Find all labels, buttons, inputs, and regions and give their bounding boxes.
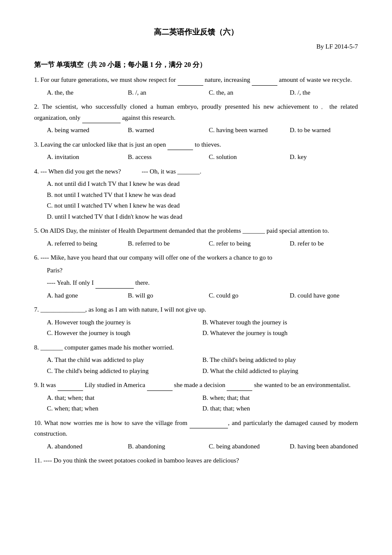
q9-options: A. that; when; that B. when; that; that … bbox=[47, 393, 358, 414]
q9-option-c: C. when; that; when bbox=[47, 403, 202, 414]
q6-option-a: A. had gone bbox=[47, 290, 115, 301]
q8-options: A. That the child was addicted to play B… bbox=[47, 355, 358, 376]
q4-option-a: A. not until did I watch TV that I knew … bbox=[47, 179, 358, 190]
q8-text: 8. _______ computer games made his mothe… bbox=[34, 342, 358, 353]
question-6: 6. ---- Mike, have you heard that our co… bbox=[34, 252, 358, 301]
q7-option-c: C. However the journey is tough bbox=[47, 328, 202, 339]
q2-option-c: C. having been warned bbox=[209, 125, 277, 136]
q3-option-d: D. key bbox=[290, 152, 358, 163]
question-8: 8. _______ computer games made his mothe… bbox=[34, 342, 358, 377]
question-3: 3. Leaving the car unlocked like that is… bbox=[34, 139, 358, 163]
q3-options: A. invitation B. access C. solution D. k… bbox=[47, 152, 358, 163]
question-1: 1. For our future generations, we must s… bbox=[34, 75, 358, 98]
q10-option-d: D. having been abandoned bbox=[290, 441, 358, 452]
q7-text: 7. ______________, as long as I am with … bbox=[34, 304, 358, 315]
q5-options: A. referred to being B. referred to be C… bbox=[47, 238, 358, 249]
q2-options: A. being warned B. warned C. having been… bbox=[47, 125, 358, 136]
q10-option-b: B. abandoning bbox=[128, 441, 196, 452]
q9-option-a: A. that; when; that bbox=[47, 393, 202, 404]
question-4: 4. --- When did you get the news? --- Oh… bbox=[34, 166, 358, 223]
q3-option-a: A. invitation bbox=[47, 152, 115, 163]
q11-text: 11. ---- Do you think the sweet potatoes… bbox=[34, 455, 358, 466]
q8-option-d: D. What the child addicted to playing bbox=[202, 366, 358, 377]
q6-option-d: D. could have gone bbox=[290, 290, 358, 301]
q3-text: 3. Leaving the car unlocked like that is… bbox=[34, 139, 358, 150]
q3-option-b: B. access bbox=[128, 152, 196, 163]
q6-option-b: B. will go bbox=[128, 290, 196, 301]
q4-options: A. not until did I watch TV that I knew … bbox=[47, 179, 358, 222]
q1-option-c: C. the, an bbox=[209, 87, 277, 98]
subtitle: By LF 2014-5-7 bbox=[34, 41, 358, 52]
q6-text2: Paris? bbox=[47, 265, 358, 276]
q4-option-c: C. not until I watched TV when I knew he… bbox=[47, 200, 358, 211]
q4-option-b: B. not until I watched TV that I knew he… bbox=[47, 190, 358, 201]
q1-option-d: D. /, the bbox=[290, 87, 358, 98]
question-7: 7. ______________, as long as I am with … bbox=[34, 304, 358, 339]
question-9: 9. It was Lily studied in America she ma… bbox=[34, 380, 358, 414]
q2-option-b: B. warned bbox=[128, 125, 196, 136]
q1-option-b: B. /, an bbox=[128, 87, 196, 98]
q10-option-c: C. being abandoned bbox=[209, 441, 277, 452]
q6-text3: ---- Yeah. If only I there. bbox=[47, 278, 358, 289]
q5-option-d: D. refer to be bbox=[290, 238, 358, 249]
q5-option-b: B. referred to be bbox=[128, 238, 196, 249]
q7-option-b: B. Whatever tough the journey is bbox=[202, 317, 358, 328]
question-11: 11. ---- Do you think the sweet potatoes… bbox=[34, 455, 358, 466]
q1-options: A. the, the B. /, an C. the, an D. /, th… bbox=[47, 87, 358, 98]
question-2: 2. The scientist, who successfully clone… bbox=[34, 101, 358, 136]
q10-text: 10. What now worries me is how to save t… bbox=[34, 418, 358, 439]
q7-option-d: D. Whatever the journey is tough bbox=[202, 328, 358, 339]
q5-option-a: A. referred to being bbox=[47, 238, 115, 249]
question-5: 5. On AIDS Day, the minister of Health D… bbox=[34, 225, 358, 249]
page-title: 高二英语作业反馈（六） bbox=[34, 26, 358, 39]
q2-option-d: D. to be warned bbox=[290, 125, 358, 136]
q1-text: 1. For our future generations, we must s… bbox=[34, 75, 358, 86]
q7-options: A. However tough the journey is B. Whate… bbox=[47, 317, 358, 339]
q1-option-a: A. the, the bbox=[47, 87, 115, 98]
section1-title: 第一节 单项填空（共 20 小题；每小题 1 分，满分 20 分） bbox=[34, 59, 358, 70]
q4-option-d: D. until I watched TV that I didn't know… bbox=[47, 211, 358, 223]
q5-option-c: C. refer to being bbox=[209, 238, 277, 249]
q6-option-c: C. could go bbox=[209, 290, 277, 301]
q2-text: 2. The scientist, who successfully clone… bbox=[34, 101, 358, 123]
q4-text: 4. --- When did you get the news? --- Oh… bbox=[34, 166, 358, 177]
q5-text: 5. On AIDS Day, the minister of Health D… bbox=[34, 225, 358, 237]
q9-text: 9. It was Lily studied in America she ma… bbox=[34, 380, 358, 391]
q9-option-d: D. that; that; when bbox=[202, 403, 358, 414]
q7-option-a: A. However tough the journey is bbox=[47, 317, 202, 328]
question-10: 10. What now worries me is how to save t… bbox=[34, 418, 358, 452]
q8-option-b: B. The child's being addicted to play bbox=[202, 355, 358, 366]
q6-text1: 6. ---- Mike, have you heard that our co… bbox=[34, 252, 358, 263]
q3-option-c: C. solution bbox=[209, 152, 277, 163]
q10-options: A. abandoned B. abandoning C. being aban… bbox=[47, 441, 358, 452]
q2-option-a: A. being warned bbox=[47, 125, 115, 136]
q8-option-c: C. The child's being addicted to playing bbox=[47, 366, 202, 377]
q9-option-b: B. when; that; that bbox=[202, 393, 358, 404]
q10-option-a: A. abandoned bbox=[47, 441, 115, 452]
q8-option-a: A. That the child was addicted to play bbox=[47, 355, 202, 366]
q6-options: A. had gone B. will go C. could go D. co… bbox=[47, 290, 358, 301]
